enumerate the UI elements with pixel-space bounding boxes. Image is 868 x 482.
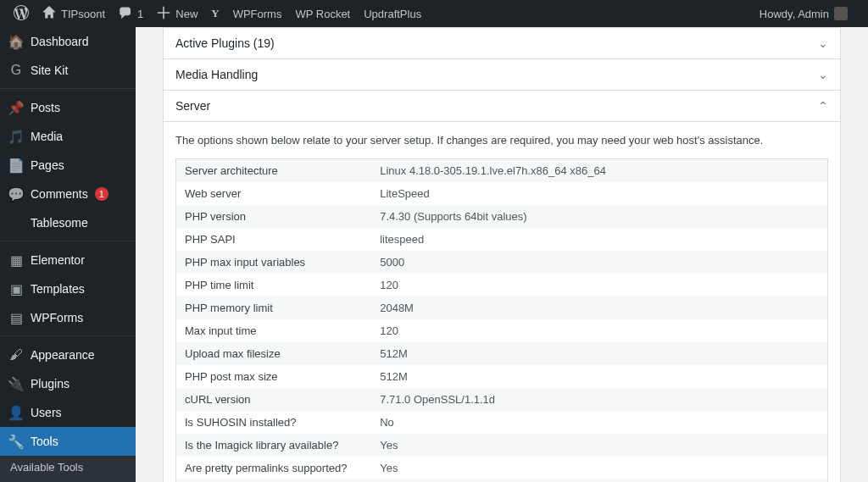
sidebar-separator bbox=[0, 237, 136, 241]
accordion-title: Active Plugins (19) bbox=[175, 36, 275, 50]
chevron-down-icon: ⌄ bbox=[818, 36, 828, 50]
accordion-title: Media Handling bbox=[175, 68, 258, 81]
toolbar-comment-count: 1 bbox=[137, 8, 143, 20]
media-icon: 🎵 bbox=[8, 129, 24, 144]
site-name-text: TIPsoont bbox=[61, 8, 105, 20]
table-value: Yes bbox=[371, 457, 827, 479]
table-key: PHP version bbox=[176, 205, 372, 228]
table-key: PHP post max size bbox=[176, 365, 372, 388]
yoast-icon: Y bbox=[211, 7, 219, 20]
toolbar-new-label: New bbox=[175, 8, 198, 20]
table-row: cURL version7.71.0 OpenSSL/1.1.1d bbox=[176, 388, 828, 411]
table-value: No bbox=[371, 411, 827, 434]
table-value: 120 bbox=[371, 319, 827, 342]
sidebar-elementor[interactable]: ▦Elementor bbox=[0, 246, 136, 274]
plus-icon bbox=[157, 6, 170, 22]
table-value: 512M bbox=[371, 342, 827, 365]
toolbar-new[interactable]: New bbox=[150, 0, 204, 27]
wrench-icon: 🔧 bbox=[8, 434, 24, 449]
table-row: Upload max filesize512M bbox=[176, 342, 828, 365]
content-area: Active Plugins (19) ⌄ Media Handling ⌄ S… bbox=[136, 27, 868, 482]
table-row: Are pretty permalinks supported?Yes bbox=[176, 457, 828, 479]
pin-icon: 📌 bbox=[8, 100, 24, 115]
admin-toolbar: TIPsoont 1 New Y WPForms WP Rocket Updra… bbox=[0, 0, 868, 27]
accordion-server: Server ⌃ The options shown below relate … bbox=[163, 90, 841, 482]
table-value: Linux 4.18.0-305.19.1.lve.el7h.x86_64 x8… bbox=[371, 159, 827, 183]
chevron-down-icon: ⌄ bbox=[818, 68, 828, 81]
accordion-active-plugins: Active Plugins (19) ⌄ bbox=[163, 27, 841, 59]
toolbar-yoast[interactable]: Y bbox=[204, 0, 225, 27]
sidebar-plugins[interactable]: 🔌Plugins bbox=[0, 369, 136, 398]
table-key: Server architecture bbox=[176, 159, 372, 183]
accordion-media-handling: Media Handling ⌄ bbox=[163, 58, 841, 91]
sidebar-tools-submenu: Available Tools Import Export Site Healt… bbox=[0, 456, 136, 482]
comments-badge: 1 bbox=[95, 187, 108, 201]
sidebar-posts[interactable]: 📌Posts bbox=[0, 93, 136, 122]
table-value: 7.71.0 OpenSSL/1.1.1d bbox=[371, 388, 827, 411]
table-key: Max input time bbox=[176, 319, 372, 342]
sidebar-tools[interactable]: 🔧Tools bbox=[0, 427, 136, 456]
table-key: PHP time limit bbox=[176, 274, 372, 296]
table-row: PHP max input variables5000 bbox=[176, 251, 828, 274]
sidebar-pages[interactable]: 📄Pages bbox=[0, 151, 136, 180]
dashboard-icon: 🏠 bbox=[8, 34, 24, 49]
sub-available-tools[interactable]: Available Tools bbox=[0, 456, 136, 479]
table-key: PHP SAPI bbox=[176, 228, 372, 251]
home-icon bbox=[42, 6, 56, 22]
accordion-header-active-plugins[interactable]: Active Plugins (19) ⌄ bbox=[164, 28, 840, 58]
table-value: litespeed bbox=[371, 228, 827, 251]
sidebar-comments[interactable]: 💬Comments1 bbox=[0, 180, 136, 208]
comment-icon: 💬 bbox=[8, 186, 24, 202]
user-icon: 👤 bbox=[8, 405, 24, 420]
table-value: 512M bbox=[371, 365, 827, 388]
plugin-icon: 🔌 bbox=[8, 376, 24, 391]
chevron-up-icon: ⌃ bbox=[818, 99, 828, 113]
accordion-header-media-handling[interactable]: Media Handling ⌄ bbox=[164, 59, 840, 90]
sidebar-wpforms[interactable]: ▤WPForms bbox=[0, 303, 136, 332]
table-value: 5000 bbox=[371, 251, 827, 274]
table-row: Web serverLiteSpeed bbox=[176, 182, 828, 205]
site-name-link[interactable]: TIPsoont bbox=[36, 0, 112, 27]
accordion-title: Server bbox=[175, 99, 210, 113]
templates-icon: ▣ bbox=[8, 281, 24, 296]
table-key: PHP max input variables bbox=[176, 251, 372, 274]
accordion-header-server[interactable]: Server ⌃ bbox=[164, 91, 840, 121]
table-value: 7.4.30 (Supports 64bit values) bbox=[371, 205, 827, 228]
avatar bbox=[834, 7, 848, 20]
sidebar-tablesome[interactable]: Tablesome bbox=[0, 208, 136, 237]
table-row: Is SUHOSIN installed?No bbox=[176, 411, 828, 434]
toolbar-wpforms[interactable]: WPForms bbox=[226, 0, 289, 27]
sidebar-separator bbox=[0, 85, 136, 89]
sidebar-users[interactable]: 👤Users bbox=[0, 398, 136, 427]
server-info-table: Server architectureLinux 4.18.0-305.19.1… bbox=[175, 158, 828, 482]
sidebar-media[interactable]: 🎵Media bbox=[0, 122, 136, 151]
sub-import[interactable]: Import bbox=[0, 479, 136, 482]
table-key: Web server bbox=[176, 182, 372, 205]
table-value: 2048M bbox=[371, 296, 827, 319]
wp-logo[interactable] bbox=[7, 0, 36, 27]
toolbar-wprocket[interactable]: WP Rocket bbox=[288, 0, 357, 27]
table-row: Server architectureLinux 4.18.0-305.19.1… bbox=[176, 159, 828, 183]
toolbar-comments[interactable]: 1 bbox=[112, 0, 150, 27]
toolbar-howdy[interactable]: Howdy, Admin bbox=[753, 0, 854, 27]
sidebar-appearance[interactable]: 🖌Appearance bbox=[0, 341, 136, 369]
accordion-body-server: The options shown below relate to your s… bbox=[164, 121, 840, 482]
sidebar-dashboard[interactable]: 🏠Dashboard bbox=[0, 27, 136, 56]
table-key: Is SUHOSIN installed? bbox=[176, 411, 372, 434]
table-value: LiteSpeed bbox=[371, 182, 827, 205]
table-key: Upload max filesize bbox=[176, 342, 372, 365]
howdy-text: Howdy, Admin bbox=[760, 8, 829, 20]
tablesome-icon bbox=[8, 215, 24, 230]
sidebar-sitekit[interactable]: GSite Kit bbox=[0, 56, 136, 85]
wordpress-icon bbox=[14, 5, 29, 23]
elementor-icon: ▦ bbox=[8, 252, 24, 268]
sidebar-separator bbox=[0, 332, 136, 336]
sidebar-templates[interactable]: ▣Templates bbox=[0, 274, 136, 303]
table-row: PHP time limit120 bbox=[176, 274, 828, 296]
toolbar-updraftplus[interactable]: UpdraftPlus bbox=[357, 0, 428, 27]
wpforms-icon: ▤ bbox=[8, 310, 24, 325]
table-row: PHP version7.4.30 (Supports 64bit values… bbox=[176, 205, 828, 228]
comment-icon bbox=[119, 6, 132, 22]
admin-sidebar: 🏠Dashboard GSite Kit 📌Posts 🎵Media 📄Page… bbox=[0, 27, 136, 482]
table-row: PHP memory limit2048M bbox=[176, 296, 828, 319]
